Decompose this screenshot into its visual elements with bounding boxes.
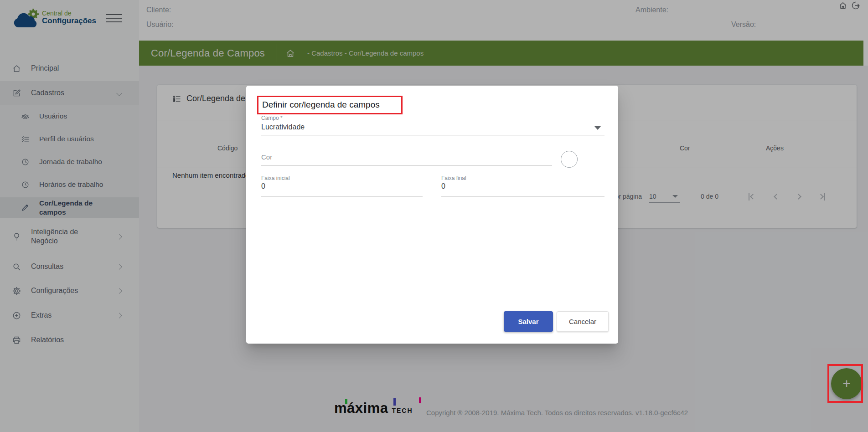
campo-select[interactable]: Lucratividade (261, 123, 305, 131)
field-underline (261, 165, 552, 165)
dialog-title: Definir cor/legenda de campos (262, 100, 380, 110)
definir-cor-legenda-dialog: Definir cor/legenda de campos Campo * Lu… (246, 86, 618, 344)
app-window: Cliente: Usuário: Ambiente: Versão: Cor/… (0, 0, 868, 432)
cancel-button[interactable]: Cancelar (557, 311, 609, 332)
field-underline (261, 135, 604, 135)
color-swatch-circle[interactable] (561, 151, 578, 168)
faixa-final-input[interactable]: 0 (441, 182, 445, 190)
faixa-inicial-input[interactable]: 0 (261, 182, 265, 190)
campo-field-label: Campo * (261, 115, 283, 121)
cor-input[interactable]: Cor (261, 153, 272, 161)
field-underline (261, 196, 423, 196)
faixa-inicial-label: Faixa inicial (261, 175, 290, 181)
field-underline (441, 196, 604, 196)
faixa-final-label: Faixa final (441, 175, 466, 181)
dropdown-arrow-icon[interactable] (594, 126, 601, 130)
save-button[interactable]: Salvar (504, 311, 553, 332)
